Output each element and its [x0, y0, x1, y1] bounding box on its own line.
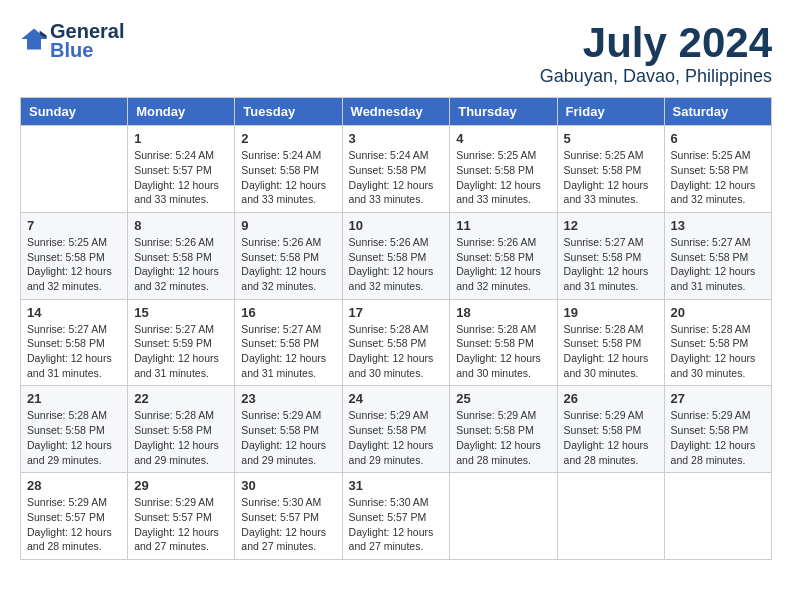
col-monday: Monday [128, 98, 235, 126]
table-row: 14Sunrise: 5:27 AM Sunset: 5:58 PM Dayli… [21, 299, 128, 386]
calendar-week-row: 28Sunrise: 5:29 AM Sunset: 5:57 PM Dayli… [21, 473, 772, 560]
day-number: 1 [134, 131, 228, 146]
day-number: 20 [671, 305, 765, 320]
day-number: 18 [456, 305, 550, 320]
calendar-table: Sunday Monday Tuesday Wednesday Thursday… [20, 97, 772, 560]
table-row: 19Sunrise: 5:28 AM Sunset: 5:58 PM Dayli… [557, 299, 664, 386]
day-info: Sunrise: 5:30 AM Sunset: 5:57 PM Dayligh… [349, 495, 444, 554]
day-info: Sunrise: 5:27 AM Sunset: 5:58 PM Dayligh… [564, 235, 658, 294]
table-row: 31Sunrise: 5:30 AM Sunset: 5:57 PM Dayli… [342, 473, 450, 560]
day-info: Sunrise: 5:29 AM Sunset: 5:58 PM Dayligh… [456, 408, 550, 467]
page-header: General Blue July 2024 Gabuyan, Davao, P… [20, 20, 772, 87]
day-info: Sunrise: 5:29 AM Sunset: 5:58 PM Dayligh… [349, 408, 444, 467]
day-number: 8 [134, 218, 228, 233]
day-info: Sunrise: 5:28 AM Sunset: 5:58 PM Dayligh… [456, 322, 550, 381]
day-number: 23 [241, 391, 335, 406]
day-number: 9 [241, 218, 335, 233]
table-row: 27Sunrise: 5:29 AM Sunset: 5:58 PM Dayli… [664, 386, 771, 473]
day-number: 17 [349, 305, 444, 320]
day-info: Sunrise: 5:25 AM Sunset: 5:58 PM Dayligh… [671, 148, 765, 207]
table-row: 25Sunrise: 5:29 AM Sunset: 5:58 PM Dayli… [450, 386, 557, 473]
day-number: 14 [27, 305, 121, 320]
table-row [21, 126, 128, 213]
table-row: 28Sunrise: 5:29 AM Sunset: 5:57 PM Dayli… [21, 473, 128, 560]
col-tuesday: Tuesday [235, 98, 342, 126]
day-info: Sunrise: 5:24 AM Sunset: 5:58 PM Dayligh… [349, 148, 444, 207]
day-number: 24 [349, 391, 444, 406]
table-row [664, 473, 771, 560]
day-number: 28 [27, 478, 121, 493]
title-block: July 2024 Gabuyan, Davao, Philippines [540, 20, 772, 87]
month-year-title: July 2024 [540, 20, 772, 66]
table-row: 5Sunrise: 5:25 AM Sunset: 5:58 PM Daylig… [557, 126, 664, 213]
table-row: 15Sunrise: 5:27 AM Sunset: 5:59 PM Dayli… [128, 299, 235, 386]
day-number: 4 [456, 131, 550, 146]
day-number: 27 [671, 391, 765, 406]
table-row: 2Sunrise: 5:24 AM Sunset: 5:58 PM Daylig… [235, 126, 342, 213]
calendar-week-row: 7Sunrise: 5:25 AM Sunset: 5:58 PM Daylig… [21, 212, 772, 299]
table-row: 20Sunrise: 5:28 AM Sunset: 5:58 PM Dayli… [664, 299, 771, 386]
day-info: Sunrise: 5:29 AM Sunset: 5:57 PM Dayligh… [27, 495, 121, 554]
location-subtitle: Gabuyan, Davao, Philippines [540, 66, 772, 87]
day-info: Sunrise: 5:27 AM Sunset: 5:59 PM Dayligh… [134, 322, 228, 381]
col-saturday: Saturday [664, 98, 771, 126]
table-row: 10Sunrise: 5:26 AM Sunset: 5:58 PM Dayli… [342, 212, 450, 299]
table-row: 23Sunrise: 5:29 AM Sunset: 5:58 PM Dayli… [235, 386, 342, 473]
day-info: Sunrise: 5:25 AM Sunset: 5:58 PM Dayligh… [564, 148, 658, 207]
table-row: 30Sunrise: 5:30 AM Sunset: 5:57 PM Dayli… [235, 473, 342, 560]
day-info: Sunrise: 5:27 AM Sunset: 5:58 PM Dayligh… [671, 235, 765, 294]
col-thursday: Thursday [450, 98, 557, 126]
day-info: Sunrise: 5:26 AM Sunset: 5:58 PM Dayligh… [456, 235, 550, 294]
day-info: Sunrise: 5:27 AM Sunset: 5:58 PM Dayligh… [241, 322, 335, 381]
table-row: 29Sunrise: 5:29 AM Sunset: 5:57 PM Dayli… [128, 473, 235, 560]
day-number: 21 [27, 391, 121, 406]
day-number: 26 [564, 391, 658, 406]
day-number: 30 [241, 478, 335, 493]
day-number: 25 [456, 391, 550, 406]
table-row: 11Sunrise: 5:26 AM Sunset: 5:58 PM Dayli… [450, 212, 557, 299]
table-row: 16Sunrise: 5:27 AM Sunset: 5:58 PM Dayli… [235, 299, 342, 386]
day-info: Sunrise: 5:30 AM Sunset: 5:57 PM Dayligh… [241, 495, 335, 554]
table-row [557, 473, 664, 560]
logo-icon [20, 25, 48, 53]
day-number: 19 [564, 305, 658, 320]
day-info: Sunrise: 5:29 AM Sunset: 5:58 PM Dayligh… [241, 408, 335, 467]
table-row: 22Sunrise: 5:28 AM Sunset: 5:58 PM Dayli… [128, 386, 235, 473]
day-number: 3 [349, 131, 444, 146]
day-info: Sunrise: 5:28 AM Sunset: 5:58 PM Dayligh… [349, 322, 444, 381]
table-row: 9Sunrise: 5:26 AM Sunset: 5:58 PM Daylig… [235, 212, 342, 299]
table-row: 3Sunrise: 5:24 AM Sunset: 5:58 PM Daylig… [342, 126, 450, 213]
col-sunday: Sunday [21, 98, 128, 126]
day-info: Sunrise: 5:26 AM Sunset: 5:58 PM Dayligh… [241, 235, 335, 294]
day-info: Sunrise: 5:28 AM Sunset: 5:58 PM Dayligh… [564, 322, 658, 381]
day-number: 29 [134, 478, 228, 493]
day-info: Sunrise: 5:28 AM Sunset: 5:58 PM Dayligh… [27, 408, 121, 467]
day-number: 6 [671, 131, 765, 146]
day-info: Sunrise: 5:28 AM Sunset: 5:58 PM Dayligh… [671, 322, 765, 381]
table-row: 6Sunrise: 5:25 AM Sunset: 5:58 PM Daylig… [664, 126, 771, 213]
table-row: 7Sunrise: 5:25 AM Sunset: 5:58 PM Daylig… [21, 212, 128, 299]
table-row: 18Sunrise: 5:28 AM Sunset: 5:58 PM Dayli… [450, 299, 557, 386]
table-row: 13Sunrise: 5:27 AM Sunset: 5:58 PM Dayli… [664, 212, 771, 299]
day-info: Sunrise: 5:27 AM Sunset: 5:58 PM Dayligh… [27, 322, 121, 381]
calendar-week-row: 14Sunrise: 5:27 AM Sunset: 5:58 PM Dayli… [21, 299, 772, 386]
day-number: 16 [241, 305, 335, 320]
day-number: 31 [349, 478, 444, 493]
day-number: 11 [456, 218, 550, 233]
calendar-week-row: 21Sunrise: 5:28 AM Sunset: 5:58 PM Dayli… [21, 386, 772, 473]
table-row: 21Sunrise: 5:28 AM Sunset: 5:58 PM Dayli… [21, 386, 128, 473]
day-number: 2 [241, 131, 335, 146]
col-wednesday: Wednesday [342, 98, 450, 126]
table-row [450, 473, 557, 560]
day-info: Sunrise: 5:24 AM Sunset: 5:57 PM Dayligh… [134, 148, 228, 207]
table-row: 24Sunrise: 5:29 AM Sunset: 5:58 PM Dayli… [342, 386, 450, 473]
day-number: 5 [564, 131, 658, 146]
table-row: 1Sunrise: 5:24 AM Sunset: 5:57 PM Daylig… [128, 126, 235, 213]
table-row: 17Sunrise: 5:28 AM Sunset: 5:58 PM Dayli… [342, 299, 450, 386]
day-info: Sunrise: 5:26 AM Sunset: 5:58 PM Dayligh… [349, 235, 444, 294]
day-info: Sunrise: 5:29 AM Sunset: 5:58 PM Dayligh… [671, 408, 765, 467]
table-row: 26Sunrise: 5:29 AM Sunset: 5:58 PM Dayli… [557, 386, 664, 473]
calendar-header-row: Sunday Monday Tuesday Wednesday Thursday… [21, 98, 772, 126]
day-info: Sunrise: 5:24 AM Sunset: 5:58 PM Dayligh… [241, 148, 335, 207]
day-number: 10 [349, 218, 444, 233]
